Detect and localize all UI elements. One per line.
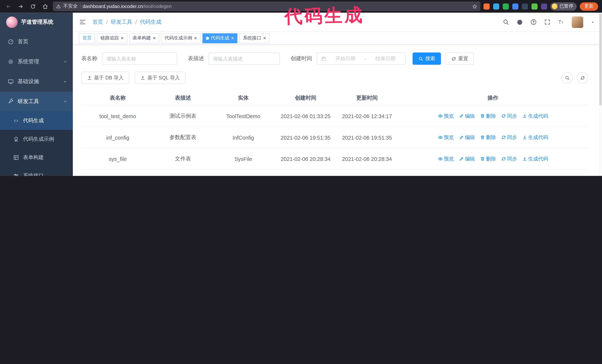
scrollbar-thumb[interactable]: [599, 13, 602, 105]
upload-icon: [140, 75, 145, 80]
date-range-picker[interactable]: 开始日期 - 结束日期: [317, 52, 406, 65]
sidebar-menu: 首页系统管理基础设施研发工具代码生成代码生成示例表单构建系统接口数据库文档: [0, 32, 73, 176]
hamburger-icon[interactable]: [79, 18, 86, 26]
sync-action[interactable]: 同步: [501, 113, 517, 119]
extension-icon[interactable]: [522, 3, 528, 10]
preview-action[interactable]: 预览: [438, 113, 454, 119]
back-icon[interactable]: [4, 2, 13, 11]
close-icon[interactable]: ×: [153, 36, 156, 41]
browser-chrome: 不安全 dashboard.yudao.iocoder.cn/tool/code…: [0, 0, 602, 13]
tab-codegen-example[interactable]: 代码生成示例×: [161, 33, 200, 43]
sidebar-item-codegen-example[interactable]: 代码生成示例: [0, 130, 73, 148]
content: 表名称 表描述 创建时间 开始日期 - 结束日期: [73, 45, 602, 176]
sync-icon: [501, 114, 506, 118]
import-sql-button[interactable]: 基于 SQL 导入: [135, 72, 186, 84]
extension-avatar-icon: [552, 3, 558, 9]
cell-desc: 测试示例表: [154, 110, 212, 122]
close-icon[interactable]: ×: [121, 36, 124, 41]
extension-icon[interactable]: [512, 3, 518, 10]
home-icon[interactable]: [41, 2, 50, 11]
breadcrumb-item[interactable]: 研发工具: [111, 19, 132, 25]
search-button[interactable]: 搜索: [412, 52, 441, 65]
insecure-warning-icon[interactable]: [56, 4, 61, 9]
url-bar[interactable]: 不安全 dashboard.yudao.iocoder.cn/tool/code…: [53, 1, 481, 11]
trash-icon: [480, 135, 485, 140]
edit-action[interactable]: 编辑: [459, 155, 475, 162]
sync-action[interactable]: 同步: [501, 155, 517, 162]
monitor-icon: [8, 79, 14, 85]
url-text: dashboard.yudao.iocoder.cn/tool/codegen: [83, 4, 172, 9]
delete-action[interactable]: 删除: [480, 155, 496, 162]
reload-icon[interactable]: [28, 2, 38, 11]
medal-icon: [13, 136, 19, 142]
sidebar-item-form-builder[interactable]: 表单构建: [0, 148, 73, 167]
extension-icon[interactable]: [531, 3, 538, 10]
github-icon[interactable]: [516, 19, 523, 25]
sidebar-item-home[interactable]: 首页: [0, 32, 73, 52]
scrollbar[interactable]: [599, 13, 602, 176]
sync-icon: [501, 156, 506, 161]
tab-api-doc[interactable]: 系统接口×: [239, 33, 269, 43]
action-label: 删除: [486, 134, 496, 141]
action-label: 编辑: [465, 155, 475, 162]
refresh-table-button[interactable]: [577, 72, 588, 83]
tab-tracer[interactable]: 链路追踪×: [97, 33, 127, 43]
extension-icon[interactable]: [493, 3, 499, 10]
sidebar: 芋道管理系统 首页系统管理基础设施研发工具代码生成代码生成示例表单构建系统接口数…: [0, 13, 73, 176]
delete-action[interactable]: 删除: [480, 113, 496, 119]
breadcrumb-item[interactable]: 首页: [92, 19, 103, 25]
user-avatar[interactable]: [572, 16, 583, 28]
help-icon[interactable]: [530, 19, 537, 25]
search-icon[interactable]: [503, 19, 509, 25]
tab-home[interactable]: 首页: [79, 33, 95, 43]
table-name-input[interactable]: [102, 52, 177, 65]
table-toolbar: 基于 DB 导入 基于 SQL 导入: [81, 72, 588, 84]
edit-action[interactable]: 编辑: [459, 113, 475, 119]
generate-code-action[interactable]: 生成代码: [522, 113, 548, 119]
toggle-search-button[interactable]: [561, 72, 573, 83]
import-db-button[interactable]: 基于 DB 导入: [81, 72, 129, 84]
generate-code-action[interactable]: 生成代码: [522, 134, 548, 141]
sidebar-item-api-doc[interactable]: 系统接口: [0, 167, 73, 176]
delete-action[interactable]: 删除: [480, 134, 496, 141]
extension-icon[interactable]: [541, 3, 547, 10]
url-domain: dashboard.yudao.iocoder.cn: [83, 4, 143, 9]
table-name-label: 表名称: [81, 55, 97, 62]
bookmark-star-icon[interactable]: [472, 4, 477, 9]
sidebar-item-system[interactable]: 系统管理: [0, 52, 73, 72]
cell-name: inf_job: [81, 175, 154, 176]
tab-form-builder[interactable]: 表单构建×: [129, 33, 159, 43]
extension-icon[interactable]: [484, 3, 490, 10]
action-label: 同步: [507, 134, 517, 141]
tab-codegen[interactable]: 代码生成×: [203, 33, 238, 43]
avatar-caret-down-icon[interactable]: [591, 20, 595, 24]
update-button[interactable]: 更新: [580, 2, 598, 10]
paused-badge[interactable]: 已暂停: [550, 2, 577, 10]
action-label: 生成代码: [528, 155, 548, 162]
fullscreen-icon[interactable]: [544, 19, 550, 25]
close-icon[interactable]: ×: [263, 36, 266, 41]
url-path: /tool/codegen: [143, 4, 172, 9]
close-icon[interactable]: ×: [231, 36, 234, 41]
breadcrumb-item[interactable]: 代码生成: [140, 19, 161, 25]
cell-created: 2021-02-06 20:28:34: [275, 154, 336, 164]
cell-entity: ToolTestDemo: [212, 111, 275, 121]
font-size-icon[interactable]: TT: [558, 19, 564, 25]
sync-action[interactable]: 同步: [501, 134, 517, 141]
extension-icon[interactable]: [503, 3, 509, 10]
security-label: 不安全: [63, 3, 78, 10]
forward-icon[interactable]: [16, 2, 25, 11]
sidebar-item-devtools[interactable]: 研发工具: [0, 92, 73, 112]
table-header-row: 表名称表描述实体创建时间更新时间操作: [81, 91, 588, 105]
app-logo[interactable]: 芋道管理系统: [0, 13, 73, 32]
sidebar-item-infra[interactable]: 基础设施: [0, 72, 73, 92]
sidebar-item-codegen[interactable]: 代码生成: [0, 112, 73, 130]
table-desc-input[interactable]: [209, 52, 280, 65]
reset-button[interactable]: 重置: [445, 52, 474, 65]
generate-code-action[interactable]: 生成代码: [522, 155, 548, 162]
edit-action[interactable]: 编辑: [459, 134, 475, 141]
preview-action[interactable]: 预览: [438, 134, 454, 141]
gear-icon: [8, 59, 14, 65]
close-icon[interactable]: ×: [194, 36, 197, 41]
preview-action[interactable]: 预览: [438, 155, 454, 162]
